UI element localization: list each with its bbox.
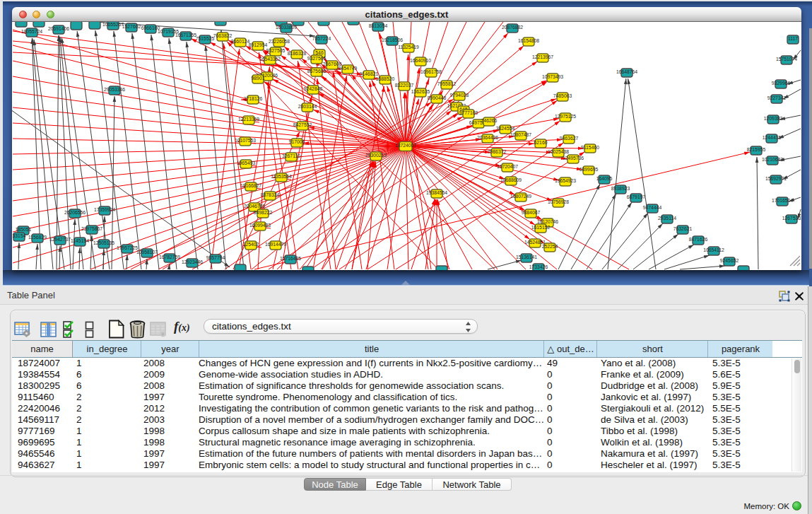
svg-text:26206556: 26206556 xyxy=(64,210,86,215)
svg-text:3824554: 3824554 xyxy=(496,126,515,131)
svg-text:1145194: 1145194 xyxy=(71,238,89,243)
svg-text:3267110: 3267110 xyxy=(282,153,300,158)
svg-text:8878334: 8878334 xyxy=(261,192,280,197)
svg-text:8938923: 8938923 xyxy=(611,186,630,191)
svg-text:17957225: 17957225 xyxy=(117,245,138,250)
svg-text:20691406: 20691406 xyxy=(48,26,69,31)
svg-text:1615152: 1615152 xyxy=(531,225,551,230)
svg-text:12942737: 12942737 xyxy=(49,237,71,242)
svg-text:7663822: 7663822 xyxy=(213,33,233,38)
svg-text:17359924: 17359924 xyxy=(94,207,115,212)
svg-text:6879197: 6879197 xyxy=(627,194,646,199)
svg-text:11353564: 11353564 xyxy=(271,174,292,179)
svg-text:19654923: 19654923 xyxy=(555,178,576,183)
svg-text:1527602: 1527602 xyxy=(122,24,141,29)
svg-text:29300213: 29300213 xyxy=(365,153,387,158)
svg-text:12495736: 12495736 xyxy=(563,156,584,160)
svg-text:20046786: 20046786 xyxy=(244,204,265,209)
svg-text:12213369: 12213369 xyxy=(238,117,259,122)
svg-text:9463627: 9463627 xyxy=(560,136,579,141)
svg-text:10756928: 10756928 xyxy=(548,199,569,204)
svg-text:1362635: 1362635 xyxy=(411,89,430,94)
svg-text:23226058: 23226058 xyxy=(269,39,290,44)
svg-text:16640910: 16640910 xyxy=(410,58,431,63)
svg-text:8427552: 8427552 xyxy=(293,122,312,127)
svg-text:125402: 125402 xyxy=(243,242,259,247)
svg-text:16914479: 16914479 xyxy=(265,242,286,247)
svg-text:8215955: 8215955 xyxy=(747,147,766,152)
svg-text:8186328: 8186328 xyxy=(288,51,307,56)
svg-text:16671355: 16671355 xyxy=(175,33,196,37)
svg-text:746266: 746266 xyxy=(481,118,498,123)
svg-text:1267533: 1267533 xyxy=(782,216,801,221)
svg-text:917006: 917006 xyxy=(289,139,305,144)
svg-text:8660124: 8660124 xyxy=(231,39,250,44)
svg-text:164095: 164095 xyxy=(596,176,613,181)
svg-text:8675685: 8675685 xyxy=(307,69,326,74)
svg-text:9242848: 9242848 xyxy=(304,86,323,91)
svg-text:19166827: 19166827 xyxy=(240,183,261,188)
svg-text:16782759: 16782759 xyxy=(159,255,180,259)
svg-text:9227342: 9227342 xyxy=(767,95,787,100)
svg-text:8912954: 8912954 xyxy=(249,42,268,47)
svg-text:7485063: 7485063 xyxy=(553,93,572,98)
svg-text:12213967: 12213967 xyxy=(532,54,553,59)
svg-text:1209383: 1209383 xyxy=(764,116,783,121)
svg-text:15720407: 15720407 xyxy=(497,164,518,169)
svg-text:20876882: 20876882 xyxy=(502,25,523,30)
svg-text:546: 546 xyxy=(315,50,324,55)
svg-text:8454749: 8454749 xyxy=(339,66,358,71)
svg-text:16099483: 16099483 xyxy=(249,223,271,228)
svg-text:9245652: 9245652 xyxy=(720,258,739,263)
svg-text:6899695: 6899695 xyxy=(579,167,599,172)
svg-text:15751074: 15751074 xyxy=(776,57,797,62)
svg-text:10688609: 10688609 xyxy=(500,177,522,182)
svg-text:16961758: 16961758 xyxy=(420,69,442,74)
svg-text:9474444: 9474444 xyxy=(643,205,662,210)
svg-text:10973493: 10973493 xyxy=(542,74,563,79)
svg-text:16033809: 16033809 xyxy=(276,25,297,30)
svg-text:1588520: 1588520 xyxy=(376,76,395,81)
svg-text:15136141: 15136141 xyxy=(516,255,537,259)
svg-text:7515525: 7515525 xyxy=(196,36,215,41)
svg-text:10958107: 10958107 xyxy=(136,250,158,255)
svg-text:8322037: 8322037 xyxy=(395,83,414,88)
svg-text:8498222: 8498222 xyxy=(254,210,273,215)
svg-text:9146821: 9146821 xyxy=(360,71,379,76)
svg-text:9115460: 9115460 xyxy=(581,145,599,150)
svg-text:10120746: 10120746 xyxy=(537,219,558,224)
svg-text:1244415: 1244415 xyxy=(763,135,782,140)
svg-text:10025438: 10025438 xyxy=(548,149,569,154)
svg-text:7955812: 7955812 xyxy=(437,81,457,86)
svg-text:252254: 252254 xyxy=(542,244,558,249)
svg-text:16154808: 16154808 xyxy=(518,38,539,43)
svg-text:10107553: 10107553 xyxy=(235,138,256,143)
svg-text:8471626: 8471626 xyxy=(689,237,708,242)
svg-text:17016504: 17016504 xyxy=(772,198,793,203)
svg-text:9329966: 9329966 xyxy=(772,81,791,86)
svg-text:9327505: 9327505 xyxy=(307,56,326,61)
svg-text:33154: 33154 xyxy=(13,233,26,238)
svg-text:15716485: 15716485 xyxy=(280,256,301,261)
svg-text:12923446: 12923446 xyxy=(182,259,203,264)
svg-text:20364436: 20364436 xyxy=(477,135,498,140)
svg-text:16648764: 16648764 xyxy=(616,69,637,74)
svg-text:7857224: 7857224 xyxy=(312,36,331,41)
svg-text:11325419: 11325419 xyxy=(398,45,419,49)
svg-text:15692971: 15692971 xyxy=(765,176,787,181)
svg-text:10655267: 10655267 xyxy=(102,22,124,27)
svg-text:62160: 62160 xyxy=(534,140,548,145)
svg-text:2718126: 2718126 xyxy=(244,96,263,101)
svg-text:16807249: 16807249 xyxy=(510,194,531,199)
svg-text:1965493: 1965493 xyxy=(237,160,256,165)
svg-text:7632621: 7632621 xyxy=(673,226,693,231)
svg-text:9857794: 9857794 xyxy=(206,255,225,260)
svg-text:19384554: 19384554 xyxy=(426,190,447,195)
svg-text:29053346: 29053346 xyxy=(104,87,125,92)
svg-text:98901: 98901 xyxy=(252,76,265,81)
svg-text:18055724: 18055724 xyxy=(21,29,42,34)
svg-text:18724007: 18724007 xyxy=(395,143,416,148)
svg-text:9327505: 9327505 xyxy=(266,48,286,53)
svg-text:23975867: 23975867 xyxy=(81,226,102,231)
svg-text:16543362: 16543362 xyxy=(259,57,281,62)
